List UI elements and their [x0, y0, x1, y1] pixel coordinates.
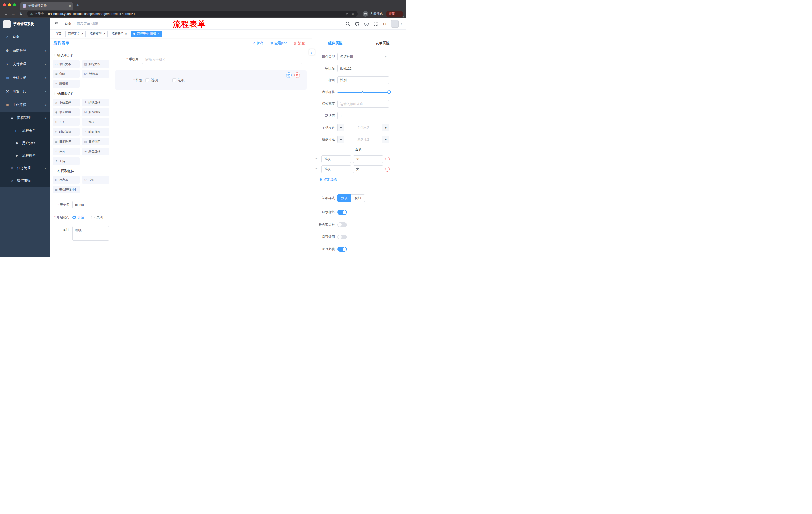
search-icon[interactable]: [346, 22, 350, 26]
sidebar-item[interactable]: ☻ 用户分组: [0, 137, 50, 150]
tag[interactable]: 流程模型 ×: [87, 31, 108, 37]
form-canvas[interactable]: 手机号 性别 选项一: [112, 48, 312, 257]
sidebar-item[interactable]: ⚒ 研发工具 ∨: [0, 84, 50, 98]
sidebar-item[interactable]: ➤ 流程模型: [0, 150, 50, 162]
palette-item[interactable]: ☆ 评分: [53, 147, 80, 155]
palette-item[interactable]: ☑ 多选框组: [82, 108, 109, 116]
address-bar[interactable]: ⚠ 不安全 dashboard.yudao.iocoder.cn/bpm/man…: [27, 10, 357, 17]
radio-open[interactable]: 开启: [72, 214, 84, 221]
remove-option-button[interactable]: −: [385, 157, 390, 161]
option-label-input[interactable]: [321, 155, 351, 163]
phone-input[interactable]: [142, 55, 302, 64]
browser-tab[interactable]: 芋道管理系统 ×: [20, 2, 74, 9]
palette-item[interactable]: 123 计数器: [82, 70, 109, 78]
component-type-select[interactable]: 多选框组 ▾: [338, 53, 389, 60]
save-button[interactable]: ✓ 保存: [253, 41, 263, 46]
palette-item[interactable]: ▣ 密码: [53, 70, 80, 78]
canvas-field-phone[interactable]: 手机号: [115, 55, 302, 64]
decrease-button[interactable]: −: [338, 136, 344, 143]
min-checked-value[interactable]: 至少应选: [344, 124, 382, 131]
grid-slider[interactable]: [338, 88, 389, 96]
option-value-input[interactable]: [353, 165, 383, 173]
tab-component-props[interactable]: 组件属性: [312, 38, 359, 48]
palette-item[interactable]: ◎ 下拉选择: [53, 99, 80, 106]
option-value-input[interactable]: [353, 155, 383, 163]
palette-item[interactable]: ▦ 日期选择: [53, 138, 80, 145]
tag[interactable]: 流程表单 ×: [109, 31, 129, 37]
form-remark-textarea[interactable]: 嘿嘿: [72, 226, 109, 241]
palette-item[interactable]: ◔ 时间范围: [82, 128, 109, 136]
canvas-field-gender-selected[interactable]: 性别 选项一: [115, 71, 307, 89]
style-button-button[interactable]: 按钮: [351, 194, 365, 202]
close-window-button[interactable]: [3, 3, 6, 6]
checkbox-option[interactable]: 选项一: [145, 78, 161, 82]
tag[interactable]: 首页 ×: [53, 31, 64, 37]
kebab-menu-icon[interactable]: ⋮: [397, 12, 401, 16]
github-icon[interactable]: [355, 22, 359, 26]
switch[interactable]: [338, 247, 347, 252]
question-icon[interactable]: ?: [364, 22, 369, 26]
back-button[interactable]: ←: [2, 11, 9, 16]
fullscreen-icon[interactable]: [374, 22, 378, 26]
sidebar-item[interactable]: ▤ 流程表单: [0, 124, 50, 137]
remove-option-button[interactable]: −: [385, 167, 390, 171]
sidebar-item[interactable]: ⌂ 首页: [0, 30, 50, 44]
link-collapse-button[interactable]: [309, 49, 315, 55]
sidebar-item[interactable]: ≡ 流程管理 ∧: [0, 112, 50, 124]
label-width-input[interactable]: [338, 100, 389, 108]
sidebar-item[interactable]: ⚙ 系统管理 ∨: [0, 44, 50, 57]
close-icon[interactable]: ×: [81, 32, 83, 36]
checkbox-icon[interactable]: [172, 78, 176, 82]
palette-item[interactable]: ▩ 表格[开发中]: [53, 186, 80, 193]
reload-button[interactable]: ↻: [18, 11, 24, 16]
palette-item[interactable]: ▥ 日期范围: [82, 138, 109, 145]
palette-item[interactable]: ▤ 多行文本: [82, 60, 109, 68]
decrease-button[interactable]: −: [338, 124, 344, 131]
minimize-window-button[interactable]: [8, 3, 11, 6]
avatar[interactable]: [391, 20, 399, 28]
forward-button[interactable]: →: [10, 11, 17, 16]
checkbox-option[interactable]: 选项二: [172, 78, 188, 82]
palette-item[interactable]: ⊞ 行容器: [53, 176, 80, 184]
max-checked-value[interactable]: 最多可选: [344, 136, 382, 143]
checkbox-icon[interactable]: [145, 78, 149, 82]
slider-handle[interactable]: [387, 90, 391, 94]
sidebar-toggle-icon[interactable]: [53, 22, 60, 26]
field-name-input[interactable]: [338, 64, 389, 72]
drag-handle-icon[interactable]: ≡: [315, 167, 319, 171]
sidebar-item[interactable]: ⊞ 工作流程 ∧: [0, 98, 50, 112]
increase-button[interactable]: +: [382, 124, 389, 131]
title-input[interactable]: [338, 77, 389, 84]
palette-item[interactable]: ▭ 单行文本: [53, 60, 80, 68]
palette-item[interactable]: ◉ 单选框组: [53, 108, 80, 116]
security-status[interactable]: ⚠ 不安全: [30, 11, 44, 16]
palette-item[interactable]: ⊶ 滑块: [82, 118, 109, 126]
palette-item[interactable]: ⊙ 开关: [53, 118, 80, 126]
slider-track[interactable]: [338, 91, 389, 92]
radio-closed[interactable]: 关闭: [91, 214, 103, 221]
sidebar-item[interactable]: ⋔ 任务管理 ∨: [0, 162, 50, 174]
sidebar-item[interactable]: ▦ 基础设施 ∨: [0, 71, 50, 84]
font-size-icon[interactable]: T↕: [383, 22, 386, 26]
palette-item[interactable]: ☞ 按钮: [82, 176, 109, 184]
bookmark-star-icon[interactable]: ☆: [351, 12, 354, 16]
breadcrumb-home[interactable]: 首页: [64, 22, 71, 26]
key-icon[interactable]: [346, 12, 349, 16]
view-json-button[interactable]: 查看json: [269, 41, 287, 46]
palette-item[interactable]: ⊛ 颜色选择: [82, 147, 109, 155]
delete-widget-button[interactable]: [294, 73, 300, 78]
style-default-button[interactable]: 默认: [338, 194, 351, 202]
close-tab-icon[interactable]: ×: [69, 4, 71, 8]
caret-down-icon[interactable]: ▾: [401, 23, 402, 25]
sidebar-item[interactable]: ☺ 请假查询: [0, 174, 50, 187]
switch[interactable]: [338, 222, 347, 227]
close-icon[interactable]: ×: [157, 32, 159, 36]
tag[interactable]: 流程表单-编辑 ×: [131, 31, 162, 37]
browser-update-button[interactable]: 更新 ⋮: [386, 11, 404, 17]
default-value-input[interactable]: [338, 112, 389, 119]
palette-item[interactable]: ◷ 时间选择: [53, 128, 80, 136]
palette-item[interactable]: ✎ 编辑器: [53, 80, 80, 87]
copy-widget-button[interactable]: [286, 73, 292, 78]
switch[interactable]: [338, 235, 347, 239]
drag-handle-icon[interactable]: ≡: [315, 157, 319, 161]
